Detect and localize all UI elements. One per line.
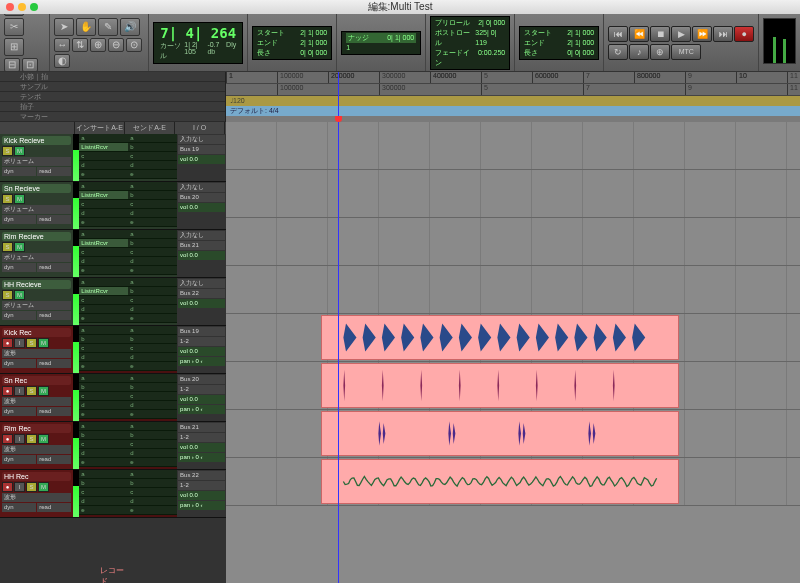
track-record-arm-button[interactable]: ● [2, 482, 13, 492]
audio-clip[interactable] [321, 411, 679, 456]
send-slot[interactable]: a [128, 182, 177, 191]
ruler-tempo-label[interactable]: テンポ [0, 92, 225, 102]
insert-slot[interactable]: d [79, 497, 128, 506]
track-lane[interactable] [226, 362, 800, 410]
insert-slot[interactable]: d [79, 353, 128, 362]
track-record-arm-button[interactable]: ● [2, 338, 13, 348]
send-slot[interactable]: c [128, 488, 177, 497]
io-volume[interactable]: vol 0.0 [178, 395, 225, 404]
postroll-value[interactable]: 325| 0| 119 [475, 28, 505, 48]
track-solo-button[interactable]: S [2, 146, 13, 156]
insert-slot[interactable]: ListntRcvr [79, 191, 128, 200]
insert-slot[interactable]: ListntRcvr [79, 287, 128, 296]
insert-slot[interactable]: a [79, 326, 128, 335]
io-input-select[interactable]: 入力なし [178, 135, 225, 144]
track-dyn-select[interactable]: dyn [2, 311, 36, 320]
pencil-tool-button[interactable]: ✎ [98, 18, 118, 36]
end-button[interactable]: ⏭ [713, 26, 733, 42]
insert-slot[interactable]: a [79, 182, 128, 191]
stop-button[interactable]: ⏹ [650, 26, 670, 42]
track-mute-button[interactable]: M [38, 482, 49, 492]
shuffle-mode-button[interactable]: ⊞ [4, 38, 24, 56]
ruler-meter-label[interactable]: 拍子 [0, 102, 225, 112]
nudge-step-value[interactable]: 1 [346, 43, 350, 53]
insert-slot[interactable]: a [79, 134, 128, 143]
slip-mode-button[interactable]: ⊟ [4, 58, 20, 72]
track-automation-select[interactable]: read [37, 215, 71, 224]
send-slot[interactable]: e [128, 362, 177, 371]
send-slot[interactable]: b [128, 287, 177, 296]
io-volume[interactable]: vol 0.0 [178, 251, 225, 260]
bars-ruler[interactable]: 1110000020000020000030000040000040000056… [226, 72, 800, 84]
send-slot[interactable]: e [128, 506, 177, 515]
track-mute-button[interactable]: M [14, 194, 25, 204]
insert-slot[interactable]: b [79, 335, 128, 344]
track-lane[interactable] [226, 170, 800, 218]
track-view-select[interactable]: ボリューム [2, 205, 71, 214]
track-name-label[interactable]: Kick Recieve [2, 136, 71, 145]
send-slot[interactable]: b [128, 335, 177, 344]
tool-5-button[interactable]: ⊙ [126, 38, 142, 52]
io-input-select[interactable]: Bus 22 [178, 471, 225, 480]
send-slot[interactable]: a [128, 422, 177, 431]
send-slot[interactable]: e [128, 314, 177, 323]
send-slot[interactable]: d [128, 305, 177, 314]
insert-slot[interactable]: c [79, 248, 128, 257]
start-value[interactable]: 2| 1| 000 [300, 28, 327, 38]
track-dyn-select[interactable]: dyn [2, 263, 36, 272]
insert-slot[interactable]: ListntRcvr [79, 239, 128, 248]
io-output-select[interactable]: Bus 21 [178, 241, 225, 250]
track-record-arm-button[interactable]: ● [2, 434, 13, 444]
track-dyn-select[interactable]: dyn [2, 359, 36, 368]
insert-slot[interactable]: a [79, 470, 128, 479]
track-mute-button[interactable]: M [38, 338, 49, 348]
length-value[interactable]: 0| 0| 000 [300, 48, 327, 58]
insert-slot[interactable]: c [79, 344, 128, 353]
track-solo-button[interactable]: S [26, 338, 37, 348]
send-slot[interactable]: c [128, 200, 177, 209]
end-value[interactable]: 2| 1| 000 [300, 38, 327, 48]
track-solo-button[interactable]: S [2, 242, 13, 252]
track-view-select[interactable]: 波形 [2, 445, 71, 454]
io-input-select[interactable]: Bus 19 [178, 327, 225, 336]
ruler-samples-label[interactable]: サンプル [0, 82, 225, 92]
track-lane[interactable] [226, 266, 800, 314]
insert-slot[interactable]: c [79, 392, 128, 401]
send-slot[interactable]: e [128, 170, 177, 179]
nudge-value[interactable]: 0| 1| 000 [387, 33, 414, 43]
track-name-label[interactable]: HH Recieve [2, 280, 71, 289]
io-output-select[interactable]: Bus 22 [178, 289, 225, 298]
track-name-label[interactable]: Sn Rec [2, 376, 71, 385]
track-automation-select[interactable]: read [37, 167, 71, 176]
insert-slot[interactable]: e [79, 506, 128, 515]
send-slot[interactable]: d [128, 353, 177, 362]
io-output-select[interactable]: Bus 19 [178, 145, 225, 154]
io-input-select[interactable]: Bus 21 [178, 423, 225, 432]
io-volume[interactable]: vol 0.0 [178, 347, 225, 356]
send-slot[interactable]: c [128, 344, 177, 353]
send-slot[interactable]: c [128, 392, 177, 401]
send-slot[interactable]: d [128, 497, 177, 506]
track-input-button[interactable]: I [14, 434, 25, 444]
io-output-select[interactable]: Bus 20 [178, 193, 225, 202]
insert-slot[interactable]: c [79, 152, 128, 161]
track-lane[interactable] [226, 122, 800, 170]
io-volume[interactable]: vol 0.0 [178, 491, 225, 500]
audio-clip[interactable] [321, 315, 679, 360]
io-input-select[interactable]: 入力なし [178, 279, 225, 288]
insert-slot[interactable]: d [79, 209, 128, 218]
track-header[interactable]: HH Recieve S M ボリューム dynread [0, 278, 73, 325]
send-slot[interactable]: c [128, 248, 177, 257]
track-mute-button[interactable]: M [38, 386, 49, 396]
timeline-pane[interactable]: 1110000020000020000030000040000040000056… [226, 72, 800, 583]
playhead[interactable] [338, 72, 339, 583]
tool-4-button[interactable]: ⊖ [108, 38, 124, 52]
countoff-button[interactable]: ⊕ [650, 44, 670, 60]
insert-slot[interactable]: d [79, 305, 128, 314]
forward-button[interactable]: ⏩ [692, 26, 712, 42]
send-slot[interactable]: b [128, 479, 177, 488]
preroll-value[interactable]: 2| 0| 000 [478, 18, 505, 28]
track-solo-button[interactable]: S [26, 434, 37, 444]
insert-slot[interactable]: c [79, 440, 128, 449]
send-slot[interactable]: a [128, 326, 177, 335]
